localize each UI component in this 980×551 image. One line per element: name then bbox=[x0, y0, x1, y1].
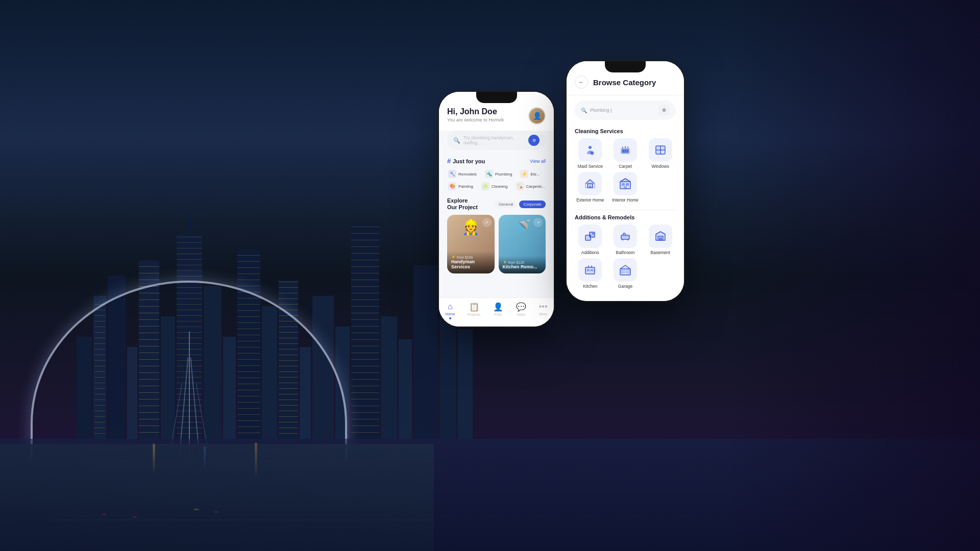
carpentry-icon: 🪚 bbox=[516, 182, 524, 190]
project-price: ⚡ from $120 bbox=[503, 260, 542, 264]
active-indicator bbox=[449, 317, 451, 319]
bathroom-label: Bathroom bbox=[616, 250, 635, 255]
carpet-icon bbox=[619, 144, 631, 156]
tab-group: General Corporate bbox=[495, 201, 546, 208]
svg-rect-11 bbox=[589, 186, 591, 188]
cat-windows[interactable]: Windows bbox=[645, 138, 676, 169]
svg-rect-13 bbox=[622, 183, 625, 186]
plumbing-label: Plumbing bbox=[495, 172, 512, 177]
greeting-subtitle: You are welcome to Homvik bbox=[447, 117, 504, 122]
cleaning-section: Cleaning Services Maid Ser bbox=[567, 125, 684, 208]
project-card-handyman[interactable]: 👷 ↗ ⚡ from $160 Handyman Services bbox=[447, 215, 495, 273]
card-arrow[interactable]: ↗ bbox=[482, 218, 492, 227]
browse-filter-btn[interactable]: ⚙ bbox=[658, 105, 670, 116]
categories-row-1: 🔧 Remodels 🔩 Plumbing ⚡ Ele... bbox=[439, 168, 554, 180]
additions-section-title: Additions & Remodels bbox=[575, 214, 676, 220]
electrical-icon: ⚡ bbox=[520, 170, 528, 178]
kitchen-illustration: 🚿 bbox=[514, 219, 530, 235]
nav-pros[interactable]: 👤 Pros bbox=[493, 302, 503, 319]
greeting-title: Hi, John Doe bbox=[447, 107, 504, 116]
exterior-label: Exterior Home bbox=[576, 197, 604, 203]
phone-notch-2 bbox=[605, 61, 646, 72]
additions-label: Additions bbox=[581, 250, 599, 255]
svg-rect-4 bbox=[623, 150, 624, 152]
category-plumbing[interactable]: 🔩 Plumbing bbox=[481, 168, 516, 180]
search-bar[interactable]: 🔍 Try plumbing,handyman, roofing... ⚙ bbox=[447, 131, 546, 150]
painting-label: Painting bbox=[458, 184, 473, 189]
cat-bathroom[interactable]: Bathroom bbox=[610, 224, 641, 255]
additions-section: Additions & Remodels Additions bbox=[567, 212, 684, 294]
svg-point-19 bbox=[624, 233, 625, 234]
category-carpentry[interactable]: 🪚 Carpentr... bbox=[512, 180, 549, 192]
project-card-kitchen[interactable]: 🚿 ↗ ⚡ from $120 Kitchen Remo... bbox=[499, 215, 546, 273]
tab-corporate[interactable]: Corporate bbox=[519, 201, 546, 208]
phones-area: Hi, John Doe You are welcome to Homvik 👤… bbox=[439, 51, 684, 327]
garage-label: Garage bbox=[618, 284, 632, 289]
nav-projects[interactable]: 📋 Projects bbox=[468, 302, 480, 319]
browse-screen: ← Browse Category 🔍 Plumbing | ⚙ Cleanin… bbox=[567, 61, 684, 301]
nav-inbox[interactable]: 💬 Inbox bbox=[516, 302, 526, 319]
category-painting[interactable]: 🎨 Painting bbox=[444, 180, 477, 192]
nav-home[interactable]: ⌂ Home bbox=[445, 302, 455, 319]
view-all-link[interactable]: View all bbox=[530, 159, 546, 164]
user-avatar[interactable]: 👤 bbox=[528, 107, 546, 124]
bathroom-icon-box bbox=[614, 224, 637, 248]
remodels-icon: 🔧 bbox=[448, 170, 456, 178]
svg-rect-15 bbox=[624, 186, 627, 189]
explore-title: Explore Our Project bbox=[447, 197, 478, 211]
carpentry-label: Carpentr... bbox=[526, 184, 545, 189]
basement-label: Basement bbox=[651, 250, 670, 255]
category-remodels[interactable]: 🔧 Remodels bbox=[444, 168, 481, 180]
just-for-you-label: Just for you bbox=[453, 158, 485, 164]
cat-basement[interactable]: Basement bbox=[645, 224, 676, 255]
back-button[interactable]: ← bbox=[575, 76, 588, 89]
card-overlay: ⚡ from $120 Kitchen Remo... bbox=[499, 256, 546, 273]
browse-search-text: Plumbing | bbox=[590, 108, 655, 113]
windows-icon-box bbox=[649, 138, 672, 162]
greeting-area: Hi, John Doe You are welcome to Homvik bbox=[447, 107, 504, 122]
tab-general[interactable]: General bbox=[495, 201, 517, 208]
exterior-icon-box bbox=[578, 172, 602, 195]
browse-search-bar[interactable]: 🔍 Plumbing | ⚙ bbox=[575, 101, 676, 120]
cleaning-grid-1: Maid Service bbox=[575, 138, 676, 169]
svg-point-0 bbox=[589, 146, 592, 149]
card-arrow[interactable]: ↗ bbox=[533, 218, 543, 227]
project-cards: 👷 ↗ ⚡ from $160 Handyman Services bbox=[447, 215, 546, 273]
carpet-icon-box bbox=[614, 138, 637, 162]
bottom-nav: ⌂ Home 📋 Projects 👤 Pros 💬 Inbox • bbox=[439, 297, 554, 327]
basement-icon-box bbox=[649, 224, 672, 248]
kitchen-name: Kitchen Remo... bbox=[503, 264, 542, 269]
interior-label: Interior Home bbox=[612, 197, 639, 203]
projects-nav-label: Projects bbox=[468, 313, 480, 316]
cat-exterior-home[interactable]: Exterior Home bbox=[575, 172, 606, 203]
phone-notch bbox=[476, 92, 517, 103]
additions-grid-1: Additions Bathroom bbox=[575, 224, 676, 255]
card-overlay: ⚡ from $160 Handyman Services bbox=[447, 251, 495, 273]
worker-illustration: 👷 bbox=[462, 219, 480, 236]
cleaning-section-title: Cleaning Services bbox=[575, 128, 676, 134]
cleaning-label: Cleaning bbox=[492, 184, 508, 189]
svg-rect-5 bbox=[625, 150, 626, 152]
cat-interior-home[interactable]: Interior Home bbox=[610, 172, 641, 203]
cat-garage[interactable]: Garage bbox=[610, 258, 641, 289]
cleaning-grid-2: Exterior Home Interior H bbox=[575, 172, 676, 203]
cat-carpet[interactable]: Carpet bbox=[610, 138, 641, 169]
svg-rect-14 bbox=[626, 183, 629, 186]
cat-maid-service[interactable]: Maid Service bbox=[575, 138, 606, 169]
projects-nav-icon: 📋 bbox=[469, 302, 479, 312]
hash-icon: # bbox=[447, 157, 451, 165]
nav-more[interactable]: ••• More bbox=[539, 302, 548, 319]
svg-rect-23 bbox=[591, 269, 593, 271]
remodels-label: Remodels bbox=[458, 172, 477, 177]
section-title: # Just for you bbox=[447, 157, 485, 165]
section-divider bbox=[575, 210, 676, 210]
cat-kitchen[interactable]: Kitchen bbox=[575, 258, 606, 289]
cat-additions[interactable]: Additions bbox=[575, 224, 606, 255]
category-electrical[interactable]: ⚡ Ele... bbox=[516, 168, 544, 180]
category-cleaning[interactable]: ✨ Cleaning bbox=[477, 180, 512, 192]
electrical-label: Ele... bbox=[530, 172, 540, 177]
painting-icon: 🎨 bbox=[448, 182, 456, 190]
garage-icon bbox=[619, 264, 631, 276]
filter-button[interactable]: ⚙ bbox=[528, 135, 540, 146]
home-nav-icon: ⌂ bbox=[448, 302, 453, 311]
